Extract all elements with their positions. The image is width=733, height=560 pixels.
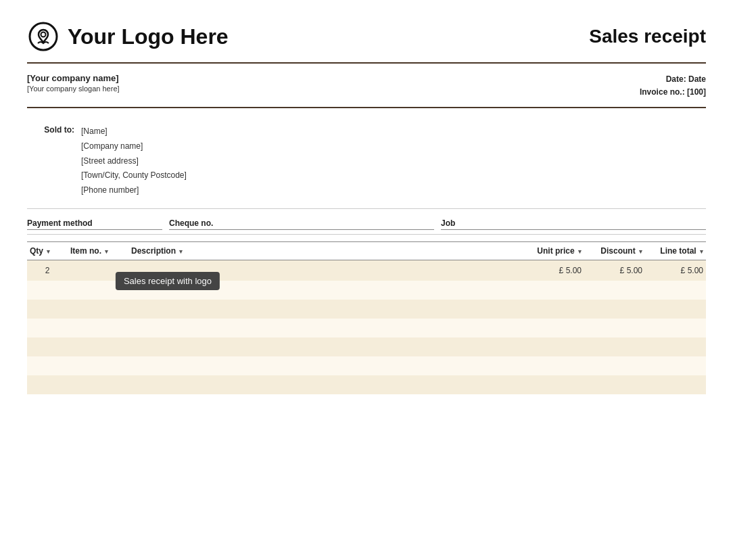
sold-to-name: [Name]: [81, 124, 187, 139]
table-row: [27, 319, 706, 337]
table-row: [27, 300, 706, 319]
row1-linetotal: £ 5.00: [645, 260, 706, 281]
page-header: Your Logo Here Sales receipt: [27, 20, 706, 64]
table-row: [27, 375, 706, 394]
table-row: [27, 281, 706, 300]
unitprice-dropdown-icon[interactable]: ▾: [578, 248, 582, 255]
desc-dropdown-icon[interactable]: ▾: [179, 248, 183, 255]
items-table: Qty ▾ Item no. ▾ Description ▾ Unit pric…: [27, 241, 706, 394]
linetotal-value: 5.00: [688, 266, 703, 275]
logo-area: Your Logo Here: [27, 20, 229, 53]
table-row: [27, 337, 706, 356]
table-header-row: Qty ▾ Item no. ▾ Description ▾ Unit pric…: [27, 242, 706, 260]
sold-to-phone: [Phone number]: [81, 183, 187, 198]
row1-itemno: [68, 260, 128, 281]
discount-dropdown-icon[interactable]: ▾: [639, 248, 642, 255]
row1-qty: 2: [27, 260, 68, 281]
col-header-unitprice: Unit price ▾: [523, 242, 584, 260]
invoice-line: Invoice no.: [100]: [640, 86, 706, 99]
col-header-linetotal: Line total ▾: [645, 242, 706, 260]
sold-to-section: Sold to: [Name] [Company name] [Street a…: [27, 118, 706, 209]
receipt-title: Sales receipt: [589, 26, 706, 47]
date-label: Date:: [666, 74, 686, 84]
job-label: Job: [441, 218, 706, 230]
unitprice-symbol: £: [559, 266, 564, 275]
qty-dropdown-icon[interactable]: ▾: [47, 248, 50, 255]
discount-value: 5.00: [627, 266, 642, 275]
linetotal-symbol: £: [681, 266, 686, 275]
discount-symbol: £: [620, 266, 625, 275]
logo-text: Your Logo Here: [68, 24, 229, 49]
row1-unitprice: £ 5.00: [523, 260, 584, 281]
row1-desc: Sales receipt with logo: [128, 260, 523, 281]
sold-to-details: [Name] [Company name] [Street address] […: [81, 124, 187, 197]
cheque-no-label: Cheque no.: [169, 218, 434, 230]
col-header-discount: Discount ▾: [584, 242, 645, 260]
company-info: [Your company name] [Your company slogan…: [27, 73, 120, 93]
company-slogan: [Your company slogan here]: [27, 85, 120, 93]
col-header-itemno: Item no. ▾: [68, 242, 128, 260]
date-invoice-block: Date: Date Invoice no.: [100]: [640, 73, 706, 99]
logo-icon: [27, 20, 60, 53]
itemno-dropdown-icon[interactable]: ▾: [105, 248, 108, 255]
sold-to-label: Sold to:: [27, 124, 81, 197]
sold-to-company: [Company name]: [81, 139, 187, 154]
col-header-qty: Qty ▾: [27, 242, 68, 260]
date-line: Date: Date: [640, 73, 706, 86]
unitprice-value: 5.00: [566, 266, 582, 275]
svg-point-0: [41, 32, 46, 37]
invoice-value: [100]: [687, 87, 706, 97]
sold-to-city: [Town/City, County Postcode]: [81, 168, 187, 183]
invoice-label: Invoice no.:: [640, 87, 685, 97]
col-header-desc: Description ▾: [128, 242, 523, 260]
linetotal-dropdown-icon[interactable]: ▾: [700, 248, 703, 255]
table-row: [27, 356, 706, 375]
payment-method-label: Payment method: [27, 218, 162, 230]
table-row: 2 Sales receipt with logo £ 5.00 £ 5.00 …: [27, 260, 706, 281]
row1-discount: £ 5.00: [584, 260, 645, 281]
company-name: [Your company name]: [27, 73, 120, 83]
company-row: [Your company name] [Your company slogan…: [27, 73, 706, 108]
payment-row: Payment method Cheque no. Job: [27, 218, 706, 235]
sold-to-street: [Street address]: [81, 154, 187, 169]
date-value: Date: [688, 74, 706, 84]
